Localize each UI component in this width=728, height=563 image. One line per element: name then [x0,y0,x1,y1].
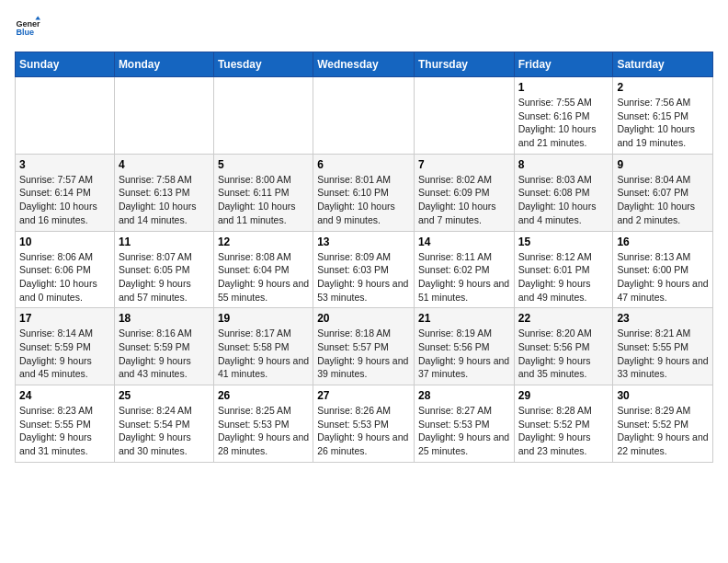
day-info: Sunrise: 8:08 AM Sunset: 6:04 PM Dayligh… [218,250,309,304]
calendar-cell-27: 27Sunrise: 8:26 AM Sunset: 5:53 PM Dayli… [313,385,415,463]
day-number: 9 [617,158,709,171]
day-number: 6 [317,158,410,171]
day-number: 4 [119,158,210,171]
day-info: Sunrise: 8:13 AM Sunset: 6:00 PM Dayligh… [617,250,709,304]
day-info: Sunrise: 8:29 AM Sunset: 5:52 PM Dayligh… [617,404,709,458]
day-info: Sunrise: 8:24 AM Sunset: 5:54 PM Dayligh… [119,404,210,458]
weekday-header-friday: Friday [514,52,613,77]
day-info: Sunrise: 8:25 AM Sunset: 5:53 PM Dayligh… [218,404,309,458]
calendar-cell-13: 13Sunrise: 8:09 AM Sunset: 6:03 PM Dayli… [313,231,415,308]
day-number: 14 [418,236,510,248]
day-number: 24 [19,389,110,402]
day-number: 29 [518,389,609,402]
calendar-cell-2: 2Sunrise: 7:56 AM Sunset: 6:15 PM Daylig… [613,77,713,155]
day-info: Sunrise: 7:56 AM Sunset: 6:15 PM Dayligh… [617,96,709,150]
calendar-cell-empty [313,77,415,155]
calendar-cell-19: 19Sunrise: 8:17 AM Sunset: 5:58 PM Dayli… [213,308,313,385]
calendar-cell-22: 22Sunrise: 8:20 AM Sunset: 5:56 PM Dayli… [514,308,613,385]
day-number: 8 [518,158,609,171]
day-info: Sunrise: 8:04 AM Sunset: 6:07 PM Dayligh… [617,173,709,227]
calendar-cell-25: 25Sunrise: 8:24 AM Sunset: 5:54 PM Dayli… [114,385,213,463]
calendar-cell-4: 4Sunrise: 7:58 AM Sunset: 6:13 PM Daylig… [114,154,213,231]
day-info: Sunrise: 8:17 AM Sunset: 5:58 PM Dayligh… [218,327,309,381]
calendar-cell-23: 23Sunrise: 8:21 AM Sunset: 5:55 PM Dayli… [613,308,713,385]
calendar-cell-17: 17Sunrise: 8:14 AM Sunset: 5:59 PM Dayli… [16,308,115,385]
day-info: Sunrise: 8:21 AM Sunset: 5:55 PM Dayligh… [617,327,709,381]
calendar-cell-15: 15Sunrise: 8:12 AM Sunset: 6:01 PM Dayli… [514,231,613,308]
weekday-header-saturday: Saturday [613,52,713,77]
day-number: 12 [218,236,309,248]
svg-text:Blue: Blue [16,28,34,37]
calendar-cell-empty [414,77,514,155]
day-number: 16 [617,236,709,248]
day-number: 11 [119,236,210,248]
day-info: Sunrise: 8:27 AM Sunset: 5:53 PM Dayligh… [418,404,510,458]
day-number: 25 [119,389,210,402]
day-number: 26 [218,389,309,402]
svg-marker-2 [35,16,40,19]
day-number: 21 [418,312,510,325]
calendar-cell-16: 16Sunrise: 8:13 AM Sunset: 6:00 PM Dayli… [613,231,713,308]
day-number: 23 [617,312,709,325]
weekday-header-monday: Monday [114,52,213,77]
calendar-cell-29: 29Sunrise: 8:28 AM Sunset: 5:52 PM Dayli… [514,385,613,463]
day-info: Sunrise: 8:16 AM Sunset: 5:59 PM Dayligh… [119,327,210,381]
day-info: Sunrise: 8:12 AM Sunset: 6:01 PM Dayligh… [518,250,609,304]
day-info: Sunrise: 8:00 AM Sunset: 6:11 PM Dayligh… [218,173,309,227]
day-info: Sunrise: 8:20 AM Sunset: 5:56 PM Dayligh… [518,327,609,381]
day-number: 19 [218,312,309,325]
day-info: Sunrise: 8:02 AM Sunset: 6:09 PM Dayligh… [418,173,510,227]
calendar-cell-1: 1Sunrise: 7:55 AM Sunset: 6:16 PM Daylig… [514,77,613,155]
day-number: 27 [317,389,410,402]
calendar-cell-empty [16,77,115,155]
day-number: 22 [518,312,609,325]
day-info: Sunrise: 8:07 AM Sunset: 6:05 PM Dayligh… [119,250,210,304]
day-info: Sunrise: 8:11 AM Sunset: 6:02 PM Dayligh… [418,250,510,304]
calendar-cell-14: 14Sunrise: 8:11 AM Sunset: 6:02 PM Dayli… [414,231,514,308]
weekday-header-tuesday: Tuesday [213,52,313,77]
calendar-cell-empty [114,77,213,155]
day-info: Sunrise: 8:01 AM Sunset: 6:10 PM Dayligh… [317,173,410,227]
day-info: Sunrise: 8:03 AM Sunset: 6:08 PM Dayligh… [518,173,609,227]
calendar-cell-11: 11Sunrise: 8:07 AM Sunset: 6:05 PM Dayli… [114,231,213,308]
svg-text:General: General [16,19,40,29]
day-info: Sunrise: 7:58 AM Sunset: 6:13 PM Dayligh… [119,173,210,227]
day-number: 30 [617,389,709,402]
day-number: 20 [317,312,410,325]
day-info: Sunrise: 8:18 AM Sunset: 5:57 PM Dayligh… [317,327,410,381]
calendar-cell-5: 5Sunrise: 8:00 AM Sunset: 6:11 PM Daylig… [213,154,313,231]
day-info: Sunrise: 8:06 AM Sunset: 6:06 PM Dayligh… [19,250,110,304]
day-info: Sunrise: 8:28 AM Sunset: 5:52 PM Dayligh… [518,404,609,458]
day-number: 15 [518,236,609,248]
logo: General Blue [15,15,44,40]
day-number: 10 [19,236,110,248]
calendar-cell-6: 6Sunrise: 8:01 AM Sunset: 6:10 PM Daylig… [313,154,415,231]
weekday-header-thursday: Thursday [414,52,514,77]
calendar-cell-18: 18Sunrise: 8:16 AM Sunset: 5:59 PM Dayli… [114,308,213,385]
day-number: 13 [317,236,410,248]
calendar-cell-3: 3Sunrise: 7:57 AM Sunset: 6:14 PM Daylig… [16,154,115,231]
day-info: Sunrise: 7:55 AM Sunset: 6:16 PM Dayligh… [518,96,609,150]
day-info: Sunrise: 8:19 AM Sunset: 5:56 PM Dayligh… [418,327,510,381]
calendar-cell-7: 7Sunrise: 8:02 AM Sunset: 6:09 PM Daylig… [414,154,514,231]
calendar-cell-9: 9Sunrise: 8:04 AM Sunset: 6:07 PM Daylig… [613,154,713,231]
calendar-cell-21: 21Sunrise: 8:19 AM Sunset: 5:56 PM Dayli… [414,308,514,385]
calendar-cell-12: 12Sunrise: 8:08 AM Sunset: 6:04 PM Dayli… [213,231,313,308]
calendar-cell-24: 24Sunrise: 8:23 AM Sunset: 5:55 PM Dayli… [16,385,115,463]
calendar-table: SundayMondayTuesdayWednesdayThursdayFrid… [15,52,713,463]
calendar-cell-empty [213,77,313,155]
day-number: 2 [617,81,709,94]
day-number: 17 [19,312,110,325]
calendar-cell-30: 30Sunrise: 8:29 AM Sunset: 5:52 PM Dayli… [613,385,713,463]
day-number: 1 [518,81,609,94]
day-number: 28 [418,389,510,402]
calendar-cell-28: 28Sunrise: 8:27 AM Sunset: 5:53 PM Dayli… [414,385,514,463]
day-number: 5 [218,158,309,171]
day-number: 7 [418,158,510,171]
calendar-cell-10: 10Sunrise: 8:06 AM Sunset: 6:06 PM Dayli… [16,231,115,308]
weekday-header-wednesday: Wednesday [313,52,415,77]
day-info: Sunrise: 7:57 AM Sunset: 6:14 PM Dayligh… [19,173,110,227]
general-blue-logo-icon: General Blue [15,15,40,40]
day-number: 3 [19,158,110,171]
calendar-cell-8: 8Sunrise: 8:03 AM Sunset: 6:08 PM Daylig… [514,154,613,231]
